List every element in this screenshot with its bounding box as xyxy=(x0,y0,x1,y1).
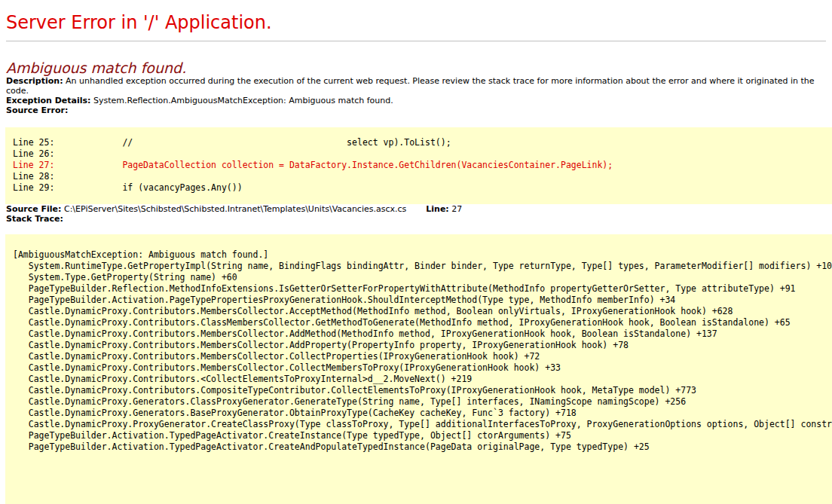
source-error-row: Source Error: xyxy=(6,105,832,115)
description-label: Description: xyxy=(6,76,63,86)
line-number-label: Line: xyxy=(426,204,448,214)
error-page: Server Error in '/' Application. Ambiguo… xyxy=(0,0,832,504)
exception-details-row: Exception Details: System.Reflection.Amb… xyxy=(6,96,832,105)
source-error-label: Source Error: xyxy=(6,105,68,115)
page-title: Server Error in '/' Application. xyxy=(6,12,832,33)
source-file-label: Source File: xyxy=(6,204,61,214)
exception-details-label: Exception Details: xyxy=(6,96,90,105)
description-text: An unhandled exception occurred during t… xyxy=(6,76,815,96)
stack-trace-box: [AmbiguousMatchException: Ambiguous matc… xyxy=(5,234,832,504)
description-row: Description: An unhandled exception occu… xyxy=(6,76,832,96)
title-divider xyxy=(6,41,826,41)
stack-trace-label: Stack Trace: xyxy=(6,214,63,224)
line-number-value: 27 xyxy=(451,204,462,214)
source-code-line: Line 27: PageDataCollection collection =… xyxy=(13,160,824,171)
error-subtitle: Ambiguous match found. xyxy=(6,60,832,76)
stack-trace-text: [AmbiguousMatchException: Ambiguous matc… xyxy=(13,249,824,453)
source-code-line: Line 26: xyxy=(13,148,824,160)
source-code-line: Line 29: if (vacancyPages.Any()) xyxy=(13,182,824,194)
stack-trace-row: Stack Trace: xyxy=(6,214,832,224)
exception-details-text: System.Reflection.AmbiguousMatchExceptio… xyxy=(93,96,393,105)
source-file-row: Source File: C:\EPiServer\Sites\Schibste… xyxy=(6,204,832,214)
source-error-box: Line 25: // select vp).ToList();Line 26:… xyxy=(5,127,832,204)
source-file-path: C:\EPiServer\Sites\Schibsted\Schibsted.I… xyxy=(64,204,406,214)
source-code-line: Line 25: // select vp).ToList(); xyxy=(13,137,824,148)
source-code-line: Line 28: xyxy=(13,171,824,182)
